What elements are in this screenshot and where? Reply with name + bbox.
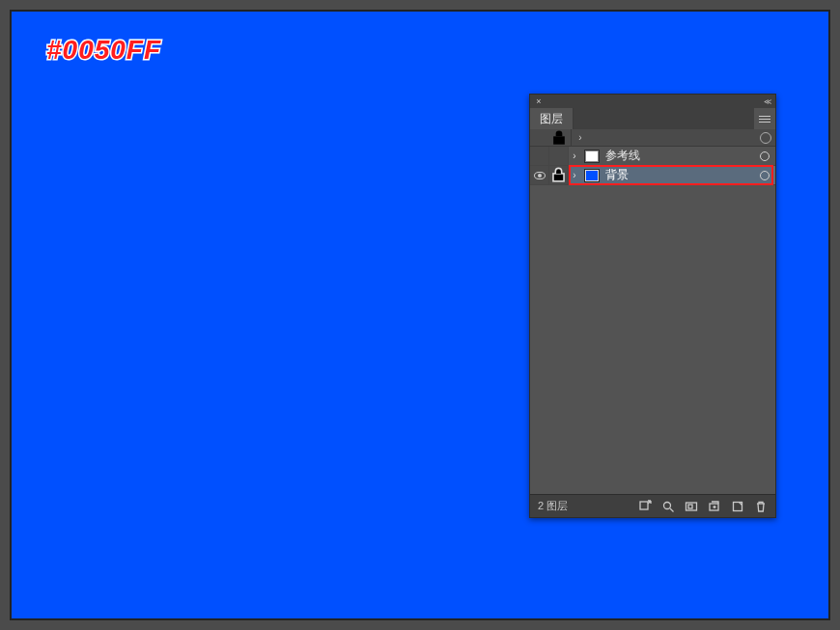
artboard[interactable]: #0050FF × ≪ 图层	[10, 10, 830, 620]
target-icon[interactable]	[760, 151, 770, 161]
layer-row[interactable]: › 参考线	[530, 147, 775, 166]
svg-rect-3	[640, 502, 648, 509]
panel-tab-bar: 图层	[530, 108, 775, 129]
export-icon[interactable]	[638, 500, 652, 513]
layer-list-header: ›	[530, 129, 775, 147]
layer-main[interactable]: › 参考线	[569, 147, 775, 165]
layer-count-label: 2 图层	[538, 499, 568, 513]
layer-swatch	[584, 169, 600, 182]
panel-titlebar[interactable]: × ≪	[530, 95, 775, 108]
expand-caret-icon[interactable]: ›	[574, 132, 587, 143]
layer-swatch	[584, 150, 600, 163]
target-icon[interactable]	[760, 132, 771, 144]
locate-layer-icon[interactable]	[661, 500, 675, 513]
tab-filler	[574, 108, 754, 129]
layer-list: › 参考线 › 背景	[530, 147, 775, 494]
lock-toggle[interactable]	[549, 166, 569, 184]
tab-label: 图层	[540, 111, 563, 127]
svg-rect-5	[686, 503, 697, 510]
svg-rect-2	[553, 174, 564, 181]
lock-icon	[549, 166, 568, 184]
svg-rect-6	[688, 505, 692, 508]
svg-point-4	[664, 502, 671, 508]
mask-icon[interactable]	[685, 500, 698, 513]
panel-menu-button[interactable]	[754, 108, 775, 129]
panel-footer: 2 图层	[530, 494, 775, 517]
layers-panel: × ≪ 图层 ›	[529, 94, 776, 518]
tab-layers[interactable]: 图层	[530, 108, 574, 129]
canvas-color-label: #0050FF	[46, 35, 161, 66]
lock-toggle[interactable]	[549, 147, 569, 165]
svg-rect-1	[553, 136, 565, 144]
eye-icon	[534, 172, 546, 179]
layer-row[interactable]: › 背景	[530, 166, 775, 185]
lock-icon	[549, 128, 569, 148]
layer-name: 参考线	[605, 148, 754, 164]
layer-name: 背景	[605, 167, 754, 183]
hamburger-icon	[759, 116, 770, 123]
close-icon[interactable]: ×	[534, 96, 544, 106]
new-layer-icon[interactable]	[731, 500, 744, 513]
target-icon[interactable]	[760, 171, 770, 180]
visibility-toggle[interactable]	[530, 166, 549, 184]
panel-collapse-icon[interactable]: ≪	[756, 96, 771, 106]
new-sublayer-icon[interactable]	[708, 500, 721, 513]
chevron-right-icon[interactable]: ›	[571, 170, 578, 180]
visibility-toggle[interactable]	[530, 147, 549, 165]
chevron-right-icon[interactable]: ›	[571, 151, 578, 161]
layer-main[interactable]: › 背景	[569, 166, 775, 184]
delete-layer-icon[interactable]	[754, 500, 768, 513]
